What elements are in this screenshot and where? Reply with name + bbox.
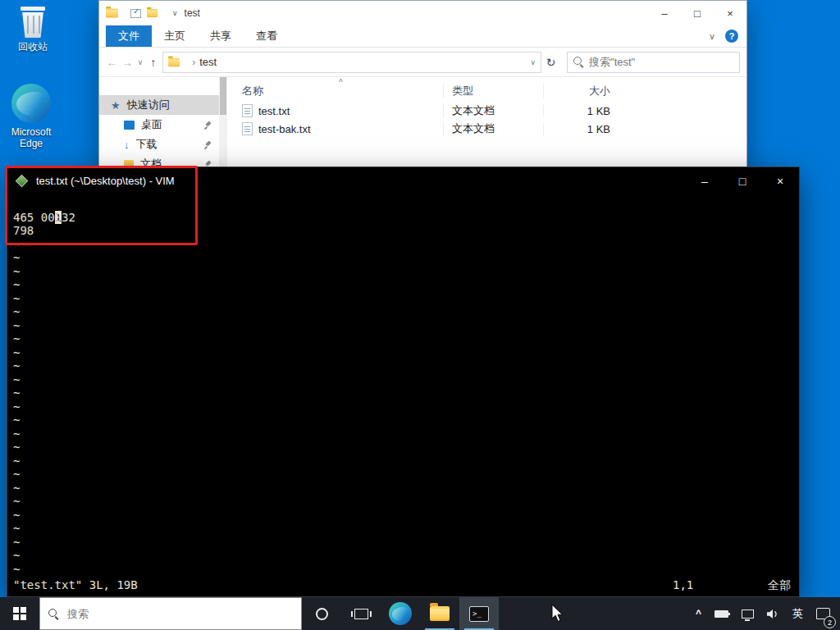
maximize-button[interactable]: □ (681, 1, 714, 25)
sidebar-item-downloads[interactable]: ↓ 下载 (99, 135, 219, 154)
tray-overflow-chevron-icon[interactable]: ^ (691, 597, 706, 630)
vim-tilde-row: ~ (13, 495, 799, 509)
network-icon (742, 609, 754, 619)
taskbar-terminal-button[interactable]: >_ (459, 597, 499, 630)
vim-tilde-row: ~ (13, 563, 799, 577)
volume-button[interactable] (762, 597, 784, 630)
battery-icon (714, 610, 728, 618)
vim-tilde-row: ~ (13, 238, 799, 252)
vim-tilde-row: ~ (13, 373, 799, 387)
taskbar-edge-button[interactable] (381, 597, 420, 630)
help-icon[interactable]: ? (725, 30, 738, 43)
vim-tilde-row: ~ (13, 454, 799, 468)
back-button[interactable]: ← (106, 56, 118, 69)
vim-tilde-row: ~ (13, 292, 799, 306)
vim-tilde-row: ~ (13, 305, 799, 319)
vim-tilde-row: ~ (13, 441, 799, 454)
sidebar-item-label: 下载 (136, 137, 158, 152)
maximize-button[interactable]: □ (724, 167, 761, 194)
cortana-button[interactable] (302, 597, 341, 630)
vim-icon (16, 175, 29, 188)
taskbar-search-box[interactable] (39, 597, 302, 630)
vim-statusline: "test.txt" 3L, 19B 1,1 全部 (13, 578, 791, 592)
explorer-search-input[interactable] (589, 56, 733, 68)
up-button[interactable]: ↑ (147, 56, 159, 69)
sidebar-item-label: 桌面 (141, 117, 162, 132)
language-indicator[interactable]: 英 (788, 597, 808, 630)
file-row[interactable]: test.txt 文本文档 1 KB (242, 102, 746, 120)
task-view-button[interactable] (341, 597, 381, 630)
taskbar-explorer-button[interactable] (420, 597, 459, 630)
column-header-size[interactable]: 大小 (543, 84, 622, 98)
vim-tilde-row: ~ (13, 386, 799, 400)
file-row[interactable]: test-bak.txt 文本文档 1 KB (242, 120, 746, 138)
explorer-titlebar: ∨ test – □ × (99, 1, 746, 25)
address-bar[interactable]: › test ∨ (162, 52, 541, 73)
edge-icon (11, 84, 51, 123)
sidebar-item-desktop[interactable]: 桌面 (99, 115, 219, 135)
window-title: test (185, 7, 200, 19)
sort-ascending-icon[interactable]: ^ (339, 78, 343, 87)
desktop-icon-edge[interactable]: Microsoft Edge (2, 84, 61, 149)
search-icon (573, 57, 584, 67)
vim-tilde-row: ~ (13, 332, 799, 346)
battery-button[interactable] (710, 597, 733, 630)
address-folder-icon (168, 57, 180, 66)
tab-home[interactable]: 主页 (152, 25, 198, 47)
desktop-icon-label: Microsoft Edge (2, 126, 61, 149)
refresh-button[interactable]: ↻ (545, 56, 557, 69)
vim-tilde-row: ~ (13, 427, 799, 441)
desktop-icon-label: 回收站 (3, 41, 62, 52)
close-button[interactable]: × (714, 1, 746, 25)
vim-tilde-row: ~ (13, 346, 799, 360)
tab-view[interactable]: 查看 (244, 25, 290, 47)
minimize-button[interactable]: – (686, 167, 724, 194)
task-view-icon (354, 609, 368, 619)
vim-tilde-row: ~ (13, 549, 799, 563)
start-button[interactable] (0, 597, 39, 630)
list-header: 名称 类型 大小 (242, 77, 746, 102)
network-button[interactable] (737, 597, 759, 630)
vim-tilde-rows: ~~~~~~~~~~~~~~~~~~~~~~~~~ (13, 238, 799, 577)
edge-icon (389, 602, 412, 625)
vim-content[interactable]: 132 465 000 798 ~~~~~~~~~~~~~~~~~~~~~~~~… (7, 194, 799, 596)
qat-new-folder-icon[interactable] (147, 9, 158, 17)
vim-text-line: 798 (13, 224, 799, 238)
history-chevron-icon[interactable]: ∨ (137, 58, 144, 66)
ribbon-collapse-chevron-icon[interactable]: ∨ (709, 31, 715, 42)
vim-window-title: test.txt (~\Desktop\test) - VIM (36, 175, 175, 187)
qat-customize-chevron-icon[interactable]: ∨ (172, 9, 178, 17)
quick-access-star-icon: ★ (111, 99, 121, 112)
vim-tilde-row: ~ (13, 482, 799, 495)
vim-tilde-row: ~ (13, 509, 799, 523)
breadcrumb[interactable]: test (199, 56, 217, 68)
notification-center-button[interactable]: 2 (811, 597, 835, 630)
scrollbar-thumb[interactable] (220, 77, 226, 115)
pin-icon (203, 121, 212, 130)
tab-file[interactable]: 文件 (106, 25, 152, 47)
vim-titlebar: test.txt (~\Desktop\test) - VIM – □ × (7, 167, 799, 194)
vim-tilde-row: ~ (13, 468, 799, 482)
vim-tilde-row: ~ (13, 319, 799, 333)
minimize-button[interactable]: – (648, 1, 681, 25)
taskbar: >_ ^ 英 2 (0, 597, 840, 630)
tab-share[interactable]: 共享 (198, 25, 244, 47)
sidebar-item-quick-access[interactable]: ★ 快速访问 (99, 95, 219, 115)
vim-tilde-row: ~ (13, 278, 799, 292)
text-file-icon (242, 122, 253, 135)
column-header-type[interactable]: 类型 (443, 84, 543, 98)
forward-button[interactable]: → (121, 56, 134, 69)
vim-text-line: 465 000 (13, 211, 799, 225)
explorer-search-box[interactable] (567, 52, 740, 73)
taskbar-search-input[interactable] (67, 608, 293, 620)
vim-text-line: 132 (13, 197, 799, 211)
qat-properties-icon[interactable] (130, 9, 141, 18)
address-dropdown-chevron-icon[interactable]: ∨ (531, 58, 536, 66)
vim-tilde-row: ~ (13, 359, 799, 373)
desktop-icon-recycle-bin[interactable]: 回收站 (3, 5, 62, 52)
close-button[interactable]: × (761, 167, 799, 194)
text-file-icon (242, 104, 253, 117)
cortana-icon (316, 608, 328, 620)
address-toolbar: ← → ∨ ↑ › test ∨ ↻ (99, 48, 746, 77)
recycle-bin-icon (19, 5, 47, 38)
